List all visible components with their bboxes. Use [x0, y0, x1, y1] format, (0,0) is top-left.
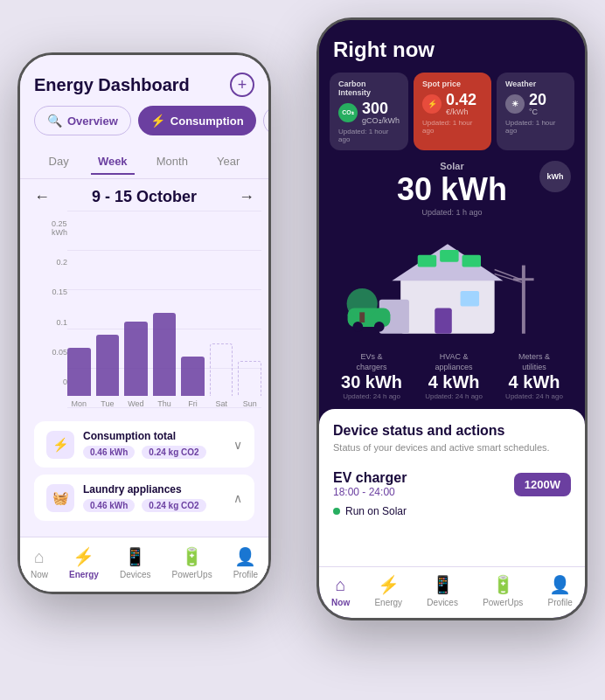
- spot-badge: ⚡: [422, 94, 442, 114]
- weather-value: 20: [529, 92, 546, 107]
- solar-updated: Updated: 1 h ago: [333, 208, 571, 217]
- svg-rect-4: [462, 255, 481, 267]
- spot-updated: Updated: 1 hour ago: [422, 119, 483, 135]
- period-week[interactable]: Week: [91, 149, 135, 175]
- devices-icon: 📱: [124, 546, 146, 567]
- spot-unit: €/kWh: [446, 107, 476, 116]
- bar-label-sun: Sun: [243, 399, 257, 408]
- summary-info: Consumption total 0.46 kWh 0.24 kg CO2: [83, 430, 206, 459]
- green-dot-icon: [333, 508, 340, 515]
- tab-pills: 🔍 Overview ⚡ Consumption ⚙: [20, 106, 268, 146]
- svg-rect-6: [461, 291, 479, 307]
- bar-thu: Thu: [153, 215, 177, 408]
- device-status-subtitle: Status of your devices and active smart …: [333, 442, 571, 453]
- weather-unit: °C: [529, 107, 546, 116]
- summary-left: ⚡ Consumption total 0.46 kWh 0.24 kg CO2: [46, 430, 206, 459]
- right-nav-energy-label: Energy: [374, 598, 402, 607]
- summary-title-2: Laundry appliances: [83, 483, 206, 496]
- nav-profile-label: Profile: [233, 570, 258, 579]
- carbon-title: Carbon Intensity: [338, 80, 400, 97]
- bar-label-fri: Fri: [188, 399, 198, 408]
- bar-fri: Fri: [181, 215, 205, 408]
- right-nav-profile[interactable]: 👤 Profile: [548, 574, 573, 607]
- next-week-button[interactable]: →: [239, 188, 254, 206]
- chevron-up-icon: ∧: [233, 491, 242, 505]
- nav-profile[interactable]: 👤 Profile: [233, 546, 258, 579]
- bar-value-mon: [67, 348, 91, 396]
- house-illustration: [319, 225, 585, 348]
- right-devices-icon: 📱: [432, 574, 454, 595]
- hvac-value: 4 kWh: [425, 372, 483, 392]
- nav-powerups[interactable]: 🔋 PowerUps: [172, 546, 212, 579]
- chevron-down-icon: ∨: [233, 438, 242, 452]
- bar-sat: Sat: [210, 215, 233, 408]
- device-info: EV charger 18:00 - 24:00: [333, 470, 407, 498]
- device-row: EV charger 18:00 - 24:00 1200W: [333, 463, 571, 505]
- nav-now[interactable]: ⌂ Now: [31, 547, 48, 579]
- summary-laundry[interactable]: 🧺 Laundry appliances 0.46 kWh 0.24 kg CO…: [34, 475, 254, 521]
- right-nav-now[interactable]: ⌂ Now: [331, 575, 350, 607]
- weather-title: Weather: [505, 80, 566, 88]
- co2-badge-1: 0.24 kg CO2: [142, 446, 205, 459]
- nav-energy-label: Energy: [69, 570, 99, 579]
- solar-label: Solar: [333, 161, 571, 171]
- tab-consumption-label: Consumption: [170, 114, 244, 128]
- nav-energy[interactable]: ⚡ Energy: [69, 546, 99, 579]
- consumption-icon: ⚡: [150, 114, 165, 128]
- period-year[interactable]: Year: [210, 149, 247, 175]
- add-button[interactable]: +: [230, 73, 254, 97]
- device-status-title: Device status and actions: [333, 423, 571, 439]
- bars-area: Mon Tue Wed Thu: [67, 215, 261, 412]
- spot-value: 0.42: [446, 92, 476, 107]
- tab-consumption[interactable]: ⚡ Consumption: [138, 106, 256, 135]
- svg-rect-5: [435, 308, 452, 333]
- carbon-value: 300: [362, 100, 400, 116]
- metrics-row: Carbon Intensity CO₂ 300 gCO₂/kWh Update…: [319, 73, 585, 161]
- energy-icon: ⚡: [73, 546, 94, 567]
- right-header: Right now: [319, 20, 585, 73]
- y-label-2: 0.2: [56, 258, 67, 267]
- summary-left-2: 🧺 Laundry appliances 0.46 kWh 0.24 kg CO…: [46, 483, 206, 512]
- evs-updated: Updated: 24 h ago: [341, 392, 402, 400]
- powerups-icon: 🔋: [181, 546, 203, 567]
- evs-title: EVs &chargers: [341, 352, 402, 372]
- metric-evs: EVs &chargers 30 kWh Updated: 24 h ago: [341, 352, 402, 400]
- summary-consumption-total[interactable]: ⚡ Consumption total 0.46 kWh 0.24 kg CO2…: [34, 421, 254, 468]
- period-day[interactable]: Day: [42, 149, 76, 175]
- solar-run-row: Run on Solar: [333, 505, 571, 517]
- bar-value-tue: [96, 335, 120, 396]
- right-bottom-nav: ⌂ Now ⚡ Energy 📱 Devices 🔋 PowerUps 👤 Pr…: [319, 566, 585, 618]
- summary-values: 0.46 kWh 0.24 kg CO2: [83, 446, 206, 459]
- right-nav-devices-label: Devices: [427, 598, 458, 607]
- solar-section: Solar 30 kWh Updated: 1 h ago kWh: [319, 161, 585, 225]
- bars-container: Mon Tue Wed Thu: [67, 215, 261, 412]
- tab-settings[interactable]: ⚙: [263, 106, 271, 135]
- left-bottom-nav: ⌂ Now ⚡ Energy 📱 Devices 🔋 PowerUps 👤 Pr…: [20, 537, 268, 592]
- metric-hvac: HVAC &appliances 4 kWh Updated: 24 h ago: [425, 352, 483, 400]
- svg-point-10: [374, 322, 385, 332]
- weather-badge: ☀: [505, 94, 525, 114]
- right-nav-devices[interactable]: 📱 Devices: [427, 574, 458, 607]
- y-label-3: 0.15: [52, 288, 67, 296]
- right-nav-powerups-label: PowerUps: [483, 598, 523, 607]
- tab-overview[interactable]: 🔍 Overview: [34, 106, 131, 135]
- profile-icon: 👤: [234, 546, 256, 567]
- summary-title: Consumption total: [83, 430, 206, 442]
- bar-label-wed: Wed: [128, 399, 143, 408]
- bar-label-thu: Thu: [157, 399, 171, 408]
- bar-wed: Wed: [124, 215, 148, 408]
- prev-week-button[interactable]: ←: [34, 188, 50, 206]
- carbon-badge: CO₂: [338, 103, 358, 122]
- right-nav-energy[interactable]: ⚡ Energy: [374, 574, 402, 607]
- period-month[interactable]: Month: [150, 149, 195, 175]
- left-phone: Energy Dashboard + 🔍 Overview ⚡ Consumpt…: [17, 52, 271, 594]
- metric-spot: Spot price ⚡ 0.42 €/kWh Updated: 1 hour …: [414, 73, 491, 150]
- carbon-icon-row: CO₂ 300 gCO₂/kWh: [338, 100, 400, 125]
- nav-devices[interactable]: 📱 Devices: [120, 546, 151, 579]
- right-screen: Right now Carbon Intensity CO₂ 300 gCO₂/…: [319, 20, 585, 618]
- right-nav-powerups[interactable]: 🔋 PowerUps: [483, 574, 523, 607]
- bar-label-sat: Sat: [215, 399, 227, 408]
- metric-meters: Meters &utilities 4 kWh Updated: 24 h ag…: [505, 352, 563, 400]
- meters-updated: Updated: 24 h ago: [505, 392, 563, 400]
- hvac-updated: Updated: 24 h ago: [425, 392, 483, 400]
